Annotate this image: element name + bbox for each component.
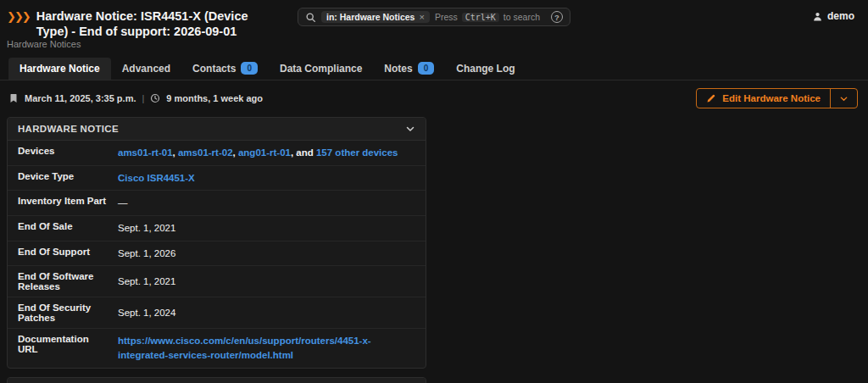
username: demo — [827, 10, 854, 22]
row-value: ams01-rt-01, ams01-rt-02, ang01-rt-01, a… — [118, 141, 426, 165]
edit-split-button: Edit Hardware Notice — [696, 88, 858, 108]
divider: | — [142, 93, 144, 103]
app-logo-icon[interactable]: ❯❯❯ — [7, 10, 30, 23]
notes-count-badge: 0 — [418, 62, 435, 75]
edit-dropdown-toggle[interactable] — [830, 89, 857, 108]
search-filter-chip[interactable]: in: Hardware Notices × — [321, 11, 430, 23]
table-row-end-of-support: End Of Support Sept. 1, 2026 — [8, 241, 426, 266]
hardware-notice-card: HARDWARE NOTICE Devices ams01-rt-01, ams… — [7, 117, 426, 369]
row-label: End Of Support — [8, 241, 118, 266]
meta-row: March 11, 2025, 3:35 p.m. | 9 months, 1 … — [0, 80, 868, 108]
main-content: HARDWARE NOTICE Devices ams01-rt-01, ams… — [0, 108, 868, 383]
contacts-count-badge: 0 — [241, 62, 258, 75]
bookmark-icon — [8, 93, 19, 103]
search-placeholder: Press Ctrl+K to search — [435, 12, 540, 22]
edit-hardware-notice-button[interactable]: Edit Hardware Notice — [697, 89, 830, 108]
table-row-documentation-url: Documentation URL https://www.cisco.com/… — [8, 329, 426, 368]
help-icon[interactable]: ? — [551, 11, 563, 23]
ctrl-k-kbd: Ctrl+K — [462, 13, 499, 22]
row-value: Cisco ISR4451-X — [118, 165, 426, 191]
row-label: End Of Software Releases — [8, 266, 118, 297]
table-row-end-of-software-releases: End Of Software Releases Sept. 1, 2021 — [8, 266, 426, 297]
separator: , and — [291, 147, 316, 158]
chevron-down-icon — [405, 124, 415, 134]
tab-bar: Hardware Notice Advanced Contacts 0 Data… — [0, 57, 868, 80]
table-row-end-of-security-patches: End Of Security Patches Sept. 1, 2024 — [8, 297, 426, 329]
search-input[interactable]: in: Hardware Notices × Press Ctrl+K to s… — [298, 8, 570, 26]
row-value: Sept. 1, 2021 — [118, 216, 426, 241]
time-ago: 9 months, 1 week ago — [166, 93, 263, 103]
row-label: Devices — [8, 141, 118, 165]
collapse-card-button[interactable] — [405, 124, 415, 134]
row-value: Sept. 1, 2021 — [118, 266, 426, 297]
title-group: ❯❯❯ Hardware Notice: ISR4451-X (Device T… — [7, 8, 287, 39]
tab-data-compliance[interactable]: Data Compliance — [269, 58, 373, 80]
row-label: End Of Sale — [8, 216, 118, 241]
comments-card: COMMENTS — — [7, 377, 426, 383]
search-filter-label: in: Hardware Notices — [326, 12, 415, 22]
hardware-notice-card-header: HARDWARE NOTICE — [8, 118, 426, 141]
search-icon — [305, 12, 316, 23]
tab-label: Hardware Notice — [19, 63, 100, 75]
tab-contacts[interactable]: Contacts 0 — [181, 57, 269, 80]
documentation-url-link[interactable]: https://www.cisco.com/c/en/us/support/ro… — [118, 336, 371, 360]
row-label: Device Type — [8, 165, 118, 191]
close-icon[interactable]: × — [419, 12, 424, 22]
tab-label: Change Log — [456, 63, 515, 75]
table-row-end-of-sale: End Of Sale Sept. 1, 2021 — [8, 216, 426, 241]
device-link[interactable]: ams01-rt-02 — [178, 147, 233, 158]
table-row-device-type: Device Type Cisco ISR4451-X — [8, 165, 426, 191]
row-value: https://www.cisco.com/c/en/us/support/ro… — [118, 329, 426, 368]
breadcrumb[interactable]: Hardware Notices — [7, 39, 81, 49]
row-value: — — [118, 191, 426, 216]
search-hint-pre: Press — [435, 12, 458, 22]
clock-icon — [150, 93, 160, 103]
attributes-table: Devices ams01-rt-01, ams01-rt-02, ang01-… — [8, 141, 426, 368]
user-icon — [812, 11, 823, 22]
edit-button-label: Edit Hardware Notice — [722, 93, 821, 103]
device-link[interactable]: ang01-rt-01 — [238, 147, 291, 158]
tab-label: Contacts — [192, 63, 236, 75]
tab-advanced[interactable]: Advanced — [111, 58, 181, 80]
card-title: HARDWARE NOTICE — [18, 124, 119, 134]
other-devices-link[interactable]: 157 other devices — [316, 147, 398, 158]
top-bar: ❯❯❯ Hardware Notice: ISR4451-X (Device T… — [0, 0, 868, 37]
row-label: End Of Security Patches — [8, 297, 118, 329]
table-row-inventory-item-part: Inventory Item Part — — [8, 191, 426, 216]
pencil-icon — [706, 93, 716, 103]
tab-label: Advanced — [122, 63, 170, 75]
created-date: March 11, 2025, 3:35 p.m. — [25, 93, 136, 103]
device-type-link[interactable]: Cisco ISR4451-X — [118, 173, 195, 183]
page-title: Hardware Notice: ISR4451-X (Device Type)… — [36, 8, 274, 39]
row-value: Sept. 1, 2026 — [118, 241, 426, 266]
tab-label: Data Compliance — [280, 63, 362, 75]
timestamps: March 11, 2025, 3:35 p.m. | 9 months, 1 … — [8, 93, 263, 103]
table-row-devices: Devices ams01-rt-01, ams01-rt-02, ang01-… — [8, 141, 426, 165]
chevron-down-icon — [839, 94, 849, 103]
device-link[interactable]: ams01-rt-01 — [118, 147, 173, 158]
tab-hardware-notice[interactable]: Hardware Notice — [8, 58, 111, 80]
row-value: Sept. 1, 2024 — [118, 297, 426, 329]
search-hint-post: to search — [504, 12, 540, 22]
comments-card-header: COMMENTS — [8, 378, 426, 383]
row-label: Inventory Item Part — [8, 191, 118, 216]
row-label: Documentation URL — [8, 329, 118, 368]
user-menu[interactable]: demo — [812, 10, 854, 22]
tab-notes[interactable]: Notes 0 — [373, 57, 445, 80]
tab-change-log[interactable]: Change Log — [445, 58, 526, 80]
tab-label: Notes — [384, 63, 412, 75]
